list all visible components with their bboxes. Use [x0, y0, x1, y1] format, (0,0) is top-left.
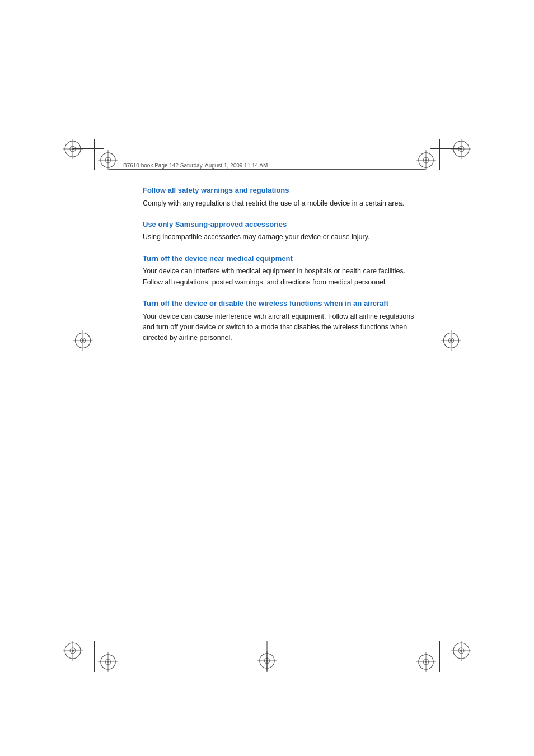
v-rule-bot-right2: [439, 641, 440, 672]
section-body-aircraft: Your device can cause interference with …: [143, 311, 422, 344]
registration-mark-bottom-right-outer: [451, 641, 471, 661]
svg-point-39: [107, 661, 109, 663]
v-rule-mid-left: [83, 330, 83, 358]
registration-mark-top-right-outer: [451, 139, 471, 159]
section-aircraft: Turn off the device or disable the wirel…: [143, 298, 422, 344]
h-rule-mid-right: [425, 340, 453, 340]
h-rule-mid-left: [81, 340, 109, 340]
registration-mark-top-left-outer: [63, 139, 83, 159]
h-rule-top-right2: [430, 160, 461, 160]
section-safety-warnings: Follow all safety warnings and regulatio…: [143, 185, 422, 209]
h-rule-top-right: [430, 148, 461, 149]
section-title-safety-warnings: Follow all safety warnings and regulatio…: [143, 185, 422, 196]
main-content: Follow all safety warnings and regulatio…: [143, 185, 422, 354]
registration-mark-top-right-inner: [416, 150, 436, 170]
v-rule-bot-left2: [94, 641, 95, 672]
v-rule-top-right2: [439, 139, 440, 170]
h-rule-bot-left2: [73, 662, 104, 662]
h-rule-bot-right2: [430, 662, 461, 662]
section-body-samsung-accessories: Using incompatible accessories may damag…: [143, 232, 422, 242]
v-rule-bot-center: [267, 641, 268, 672]
svg-point-19: [425, 159, 427, 161]
section-title-medical-equipment: Turn off the device near medical equipme…: [143, 253, 422, 264]
registration-mark-top-left-inner: [98, 150, 118, 170]
section-samsung-accessories: Use only Samsung-approved accessories Us…: [143, 219, 422, 243]
section-body-medical-equipment: Your device can interfere with medical e…: [143, 266, 422, 288]
h-rule-bot-right: [430, 652, 461, 652]
registration-mark-bottom-left-outer: [63, 641, 83, 661]
h-rule-top-left2: [73, 160, 104, 160]
v-rule-top-right: [451, 139, 451, 170]
header-rule: [109, 169, 425, 170]
registration-mark-mid-right: [441, 330, 461, 351]
v-rule-bot-left: [83, 641, 83, 672]
v-rule-mid-right: [451, 330, 451, 358]
header-text: B7610.book Page 142 Saturday, August 1, …: [123, 162, 268, 169]
h-rule-top-left: [73, 148, 104, 149]
v-rule-top-left: [83, 139, 83, 170]
v-rule-bot-right: [451, 641, 451, 672]
svg-point-9: [107, 159, 109, 161]
v-rule-top-left2: [94, 139, 95, 170]
section-body-safety-warnings: Comply with any regulations that restric…: [143, 198, 422, 209]
section-title-samsung-accessories: Use only Samsung-approved accessories: [143, 219, 422, 230]
section-title-aircraft: Turn off the device or disable the wirel…: [143, 298, 422, 309]
section-medical-equipment: Turn off the device near medical equipme…: [143, 253, 422, 288]
h-rule-mid-left2: [81, 349, 109, 349]
svg-point-49: [425, 661, 427, 663]
h-rule-bot-left: [73, 652, 104, 652]
h-rule-mid-right2: [425, 349, 453, 349]
